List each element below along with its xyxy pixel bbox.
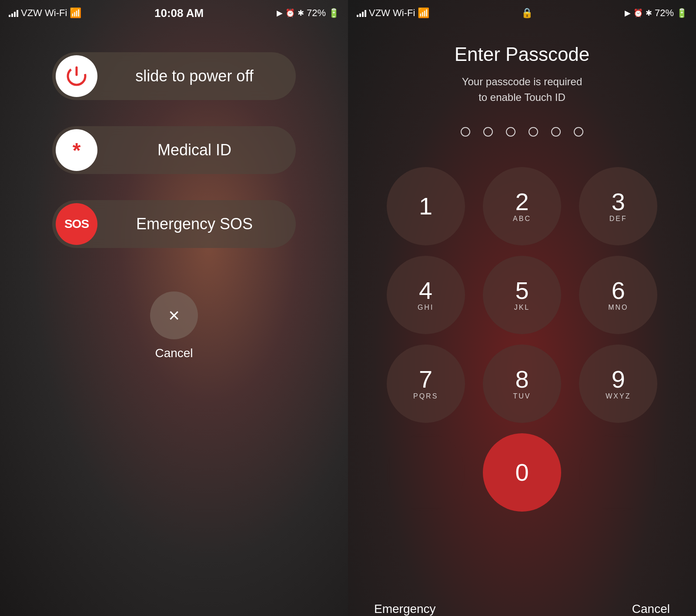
key-letters-7: PQRS	[413, 392, 438, 400]
medical-icon: *	[56, 129, 97, 171]
signal-bars-left	[9, 9, 18, 17]
cancel-button[interactable]: × Cancel	[150, 291, 198, 360]
passcode-subtitle: Your passcode is requiredto enable Touch…	[462, 74, 582, 105]
wifi-icon-right: 📶	[418, 7, 429, 19]
wifi-icon-left: 📶	[70, 7, 81, 19]
passcode-dot-1	[461, 127, 470, 137]
key-button-0[interactable]: 0	[483, 433, 561, 512]
location-icon-right: ▶	[625, 8, 631, 18]
right-panel: VZW Wi-Fi 📶 🔒 ▶ ⏰ ✱ 72% 🔋 Enter Passcode…	[348, 0, 696, 616]
right-content: Enter Passcode Your passcode is required…	[348, 26, 696, 616]
sos-icon: SOS	[56, 203, 97, 245]
key-number-6: 6	[612, 278, 625, 303]
key-button-9[interactable]: 9WXYZ	[579, 345, 657, 423]
passcode-dot-4	[529, 127, 538, 137]
key-button-6[interactable]: 6MNO	[579, 256, 657, 334]
alarm-icon-right: ⏰	[633, 8, 643, 18]
emergency-button[interactable]: Emergency	[374, 602, 436, 616]
status-right-right: ▶ ⏰ ✱ 72% 🔋	[625, 7, 687, 19]
bluetooth-icon-right: ✱	[646, 8, 652, 18]
passcode-dot-3	[506, 127, 515, 137]
time-left: 10:08 AM	[154, 7, 204, 20]
key-button-7[interactable]: 7PQRS	[387, 345, 465, 423]
key-number-2: 2	[515, 190, 529, 214]
passcode-dot-6	[574, 127, 583, 137]
battery-icon-right: 🔋	[676, 8, 687, 18]
carrier-right: VZW Wi-Fi	[369, 7, 415, 19]
key-letters-8: TUV	[513, 392, 531, 400]
key-button-4[interactable]: 4GHI	[387, 256, 465, 334]
location-icon-left: ▶	[277, 8, 283, 18]
key-number-7: 7	[419, 367, 432, 392]
key-button-5[interactable]: 5JKL	[483, 256, 561, 334]
battery-icon-left: 🔋	[328, 8, 339, 18]
key-letters-9: WXYZ	[606, 392, 631, 400]
key-number-4: 4	[419, 278, 432, 303]
status-bar-left: VZW Wi-Fi 📶 10:08 AM ▶ ⏰ ✱ 72% 🔋	[0, 0, 348, 26]
key-number-5: 5	[515, 278, 529, 303]
key-letters-5: JKL	[514, 304, 530, 311]
cancel-x-icon: ×	[168, 306, 180, 325]
passcode-dot-5	[551, 127, 561, 137]
passcode-dot-2	[483, 127, 493, 137]
key-button-2[interactable]: 2ABC	[483, 167, 561, 245]
power-icon	[56, 55, 97, 97]
key-number-3: 3	[612, 190, 625, 214]
medical-id-button[interactable]: * Medical ID	[52, 126, 296, 174]
key-letters-2: ABC	[513, 215, 531, 223]
bottom-actions: Emergency Cancel	[348, 585, 696, 616]
key-number-0: 0	[515, 460, 529, 485]
passcode-title: Enter Passcode	[455, 44, 590, 65]
key-letters-3: DEF	[609, 215, 627, 223]
medical-id-label: Medical ID	[97, 141, 296, 159]
bluetooth-icon-left: ✱	[298, 8, 304, 18]
cancel-label: Cancel	[155, 346, 193, 360]
emergency-sos-button[interactable]: SOS Emergency SOS	[52, 200, 296, 248]
battery-right: 72%	[655, 7, 674, 19]
slide-to-power-off-button[interactable]: slide to power off	[52, 52, 296, 100]
status-bar-right: VZW Wi-Fi 📶 🔒 ▶ ⏰ ✱ 72% 🔋	[348, 0, 696, 26]
key-letters-4: GHI	[418, 304, 434, 311]
left-content: slide to power off * Medical ID SOS Emer…	[0, 26, 348, 616]
lock-icon: 🔒	[521, 7, 533, 19]
battery-left: 72%	[307, 7, 326, 19]
keypad: 12ABC3DEF4GHI5JKL6MNO7PQRS8TUV9WXYZ0	[374, 167, 670, 512]
key-number-8: 8	[515, 367, 529, 392]
status-left: VZW Wi-Fi 📶	[9, 7, 81, 19]
key-button-empty-11	[579, 433, 657, 512]
key-button-3[interactable]: 3DEF	[579, 167, 657, 245]
key-number-1: 1	[419, 194, 432, 218]
carrier-left: VZW Wi-Fi	[21, 7, 67, 19]
status-right-left: ▶ ⏰ ✱ 72% 🔋	[277, 7, 339, 19]
signal-bars-right	[357, 9, 366, 17]
slide-to-power-off-label: slide to power off	[97, 67, 296, 85]
key-button-1[interactable]: 1	[387, 167, 465, 245]
passcode-dots	[461, 127, 583, 137]
key-number-9: 9	[612, 367, 625, 392]
alarm-icon-left: ⏰	[285, 8, 295, 18]
key-button-empty-9	[387, 433, 465, 512]
emergency-sos-label: Emergency SOS	[97, 215, 296, 233]
status-left-right: VZW Wi-Fi 📶	[357, 7, 429, 19]
key-button-8[interactable]: 8TUV	[483, 345, 561, 423]
left-panel: VZW Wi-Fi 📶 10:08 AM ▶ ⏰ ✱ 72% 🔋 s	[0, 0, 348, 616]
cancel-passcode-button[interactable]: Cancel	[632, 602, 670, 616]
key-letters-6: MNO	[608, 304, 628, 311]
cancel-circle: ×	[150, 291, 198, 339]
